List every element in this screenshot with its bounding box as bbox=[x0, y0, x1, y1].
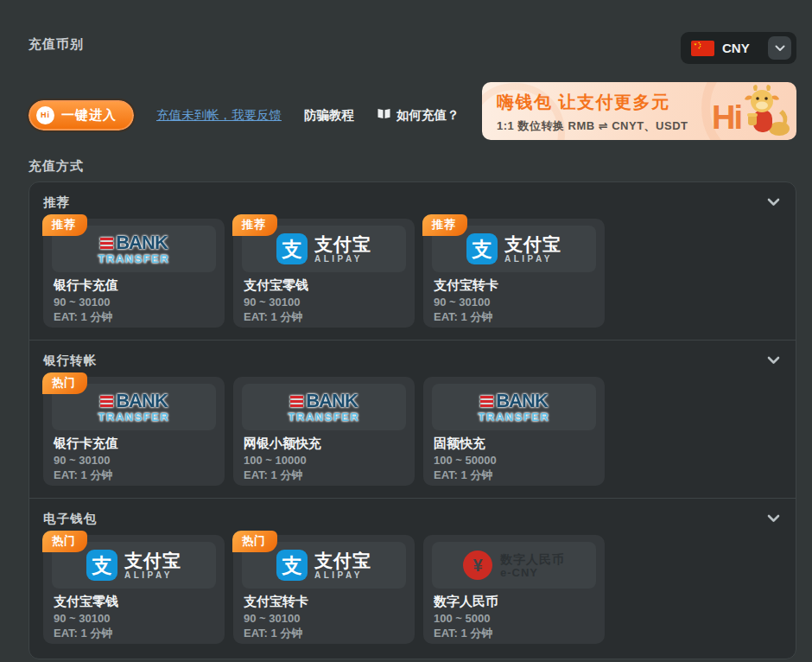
promo-banner-subtitle: 1:1 数位转换 RMB ⇌ CNYT、USDT bbox=[497, 118, 688, 134]
card-badge: 推荐 bbox=[42, 214, 87, 236]
card-name: 网银小额快充 bbox=[244, 436, 404, 451]
red-stripes-icon bbox=[480, 396, 493, 407]
bank-transfer-logo: BANK TRANSFER bbox=[289, 391, 360, 423]
open-book-icon bbox=[377, 108, 391, 122]
card-row: 推荐 BANK TRANSFER 银行卡充值 90 ~ 30100 EAT: 1… bbox=[43, 219, 782, 328]
payment-method-card[interactable]: 推荐 BANK TRANSFER 银行卡充值 90 ~ 30100 EAT: 1… bbox=[43, 219, 225, 328]
anti-fraud-tutorial-link[interactable]: 防骗教程 bbox=[304, 107, 354, 124]
deposit-methods-panel: 推荐 推荐 BANK TRANSFER 银行卡充值 90 ~ 30100 EAT… bbox=[29, 181, 796, 659]
page-title: 充值币别 bbox=[29, 36, 84, 53]
card-eat: EAT: 1 分钟 bbox=[434, 468, 594, 482]
payment-method-card[interactable]: 热门 支 支付宝 ALIPAY 支付宝转卡 90 ~ 30100 EAT: 1 … bbox=[233, 535, 415, 644]
promo-banner-art: Hi bbox=[674, 82, 795, 140]
card-amount-range: 90 ~ 30100 bbox=[54, 296, 214, 309]
method-section: 银行转帐 热门 BANK TRANSFER 银行卡充值 90 ~ 30100 E… bbox=[29, 340, 796, 498]
method-section: 推荐 推荐 BANK TRANSFER 银行卡充值 90 ~ 30100 EAT… bbox=[29, 182, 796, 340]
deposit-page: 充值币别 CNY Hi 一键进入 充值未到帐，我要反馈 防骗教程 bbox=[0, 0, 812, 662]
payment-method-card[interactable]: 推荐 支 支付宝 ALIPAY 支付宝零钱 90 ~ 30100 EAT: 1 … bbox=[233, 219, 415, 328]
how-to-deposit-label: 如何充值？ bbox=[396, 107, 460, 124]
alipay-symbol-icon: 支 bbox=[86, 550, 117, 581]
card-row: 热门 支 支付宝 ALIPAY 支付宝零钱 90 ~ 30100 EAT: 1 … bbox=[43, 535, 782, 644]
section-title: 银行转帐 bbox=[43, 353, 97, 369]
card-name: 支付宝零钱 bbox=[244, 277, 404, 293]
promo-banner-text: 嗨钱包 让支付更多元 1:1 数位转换 RMB ⇌ CNYT、USDT bbox=[497, 91, 688, 134]
card-name: 支付宝转卡 bbox=[244, 594, 404, 609]
card-amount-range: 90 ~ 30100 bbox=[54, 454, 214, 468]
payment-method-card[interactable]: 推荐 支 支付宝 ALIPAY 支付宝转卡 90 ~ 30100 EAT: 1 … bbox=[423, 219, 605, 328]
card-amount-range: 90 ~ 30100 bbox=[244, 612, 404, 626]
ecny-logo: ¥ 数字人民币 e-CNY bbox=[463, 551, 565, 580]
card-eat: EAT: 1 分钟 bbox=[434, 310, 594, 324]
currency-select[interactable]: CNY bbox=[681, 32, 796, 64]
card-badge: 推荐 bbox=[422, 214, 467, 236]
how-to-deposit-link[interactable]: 如何充值？ bbox=[377, 107, 460, 124]
alipay-logo: 支 支付宝 ALIPAY bbox=[466, 233, 561, 264]
alipay-symbol-icon: 支 bbox=[276, 550, 308, 581]
promo-banner[interactable]: 嗨钱包 让支付更多元 1:1 数位转换 RMB ⇌ CNYT、USDT Hi bbox=[482, 82, 796, 140]
red-stripes-icon bbox=[290, 396, 303, 407]
alipay-logo: 支 支付宝 ALIPAY bbox=[276, 233, 371, 264]
ecny-symbol-icon: ¥ bbox=[463, 551, 492, 580]
quick-enter-label: 一键进入 bbox=[61, 107, 117, 124]
bank-transfer-logo: BANK TRANSFER bbox=[98, 233, 170, 264]
red-stripes-icon bbox=[100, 396, 113, 407]
alipay-logo: 支 支付宝 ALIPAY bbox=[86, 550, 181, 581]
payment-method-card[interactable]: ¥ 数字人民币 e-CNY 数字人民币 100 ~ 5000 EAT: 1 分钟 bbox=[423, 535, 605, 644]
section-header: 推荐 bbox=[43, 193, 782, 212]
red-stripes-icon bbox=[100, 238, 113, 249]
deposit-methods-title: 充值方式 bbox=[29, 158, 84, 175]
china-flag-icon bbox=[691, 41, 714, 56]
bank-transfer-logo: BANK TRANSFER bbox=[479, 391, 550, 423]
card-amount-range: 90 ~ 30100 bbox=[434, 296, 594, 309]
card-eat: EAT: 1 分钟 bbox=[54, 310, 214, 324]
card-badge: 热门 bbox=[42, 372, 87, 394]
card-amount-range: 90 ~ 30100 bbox=[54, 612, 214, 626]
card-logo-plate: BANK TRANSFER bbox=[432, 384, 596, 430]
payment-method-card[interactable]: 热门 支 支付宝 ALIPAY 支付宝零钱 90 ~ 30100 EAT: 1 … bbox=[43, 535, 225, 644]
chevron-down-icon[interactable] bbox=[765, 512, 782, 525]
section-header: 银行转帐 bbox=[43, 351, 782, 370]
card-logo-plate: ¥ 数字人民币 e-CNY bbox=[432, 542, 596, 589]
alipay-symbol-icon: 支 bbox=[276, 233, 308, 264]
card-eat: EAT: 1 分钟 bbox=[244, 627, 404, 640]
card-eat: EAT: 1 分钟 bbox=[54, 468, 214, 482]
card-amount-range: 100 ~ 10000 bbox=[244, 454, 404, 468]
card-eat: EAT: 1 分钟 bbox=[244, 468, 404, 482]
promo-banner-title: 嗨钱包 让支付更多元 bbox=[497, 91, 688, 114]
card-amount-range: 100 ~ 50000 bbox=[434, 454, 594, 468]
chevron-down-icon[interactable] bbox=[765, 196, 782, 208]
card-name: 数字人民币 bbox=[434, 594, 594, 609]
chevron-down-icon[interactable] bbox=[768, 36, 791, 60]
card-badge: 热门 bbox=[42, 531, 87, 552]
card-amount-range: 100 ~ 5000 bbox=[434, 612, 594, 626]
card-name: 支付宝零钱 bbox=[54, 594, 214, 609]
chevron-down-icon[interactable] bbox=[765, 354, 782, 366]
card-eat: EAT: 1 分钟 bbox=[434, 627, 594, 640]
deposit-feedback-link[interactable]: 充值未到帐，我要反馈 bbox=[156, 107, 282, 124]
alipay-logo: 支 支付宝 ALIPAY bbox=[276, 550, 371, 581]
hi-wallet-icon: Hi bbox=[36, 106, 54, 124]
method-section: 电子钱包 热门 支 支付宝 ALIPAY 支付宝零钱 90 ~ 30100 EA… bbox=[29, 498, 796, 656]
section-title: 推荐 bbox=[43, 194, 70, 211]
payment-method-card[interactable]: BANK TRANSFER 网银小额快充 100 ~ 10000 EAT: 1 … bbox=[233, 377, 415, 486]
quick-enter-button[interactable]: Hi 一键进入 bbox=[29, 100, 134, 130]
alipay-symbol-icon: 支 bbox=[466, 233, 498, 264]
card-eat: EAT: 1 分钟 bbox=[54, 627, 214, 640]
card-eat: EAT: 1 分钟 bbox=[244, 310, 404, 324]
card-name: 银行卡充值 bbox=[54, 277, 214, 293]
section-title: 电子钱包 bbox=[43, 511, 97, 527]
card-row: 热门 BANK TRANSFER 银行卡充值 90 ~ 30100 EAT: 1… bbox=[43, 377, 782, 486]
payment-method-card[interactable]: 热门 BANK TRANSFER 银行卡充值 90 ~ 30100 EAT: 1… bbox=[43, 377, 225, 486]
currency-code: CNY bbox=[722, 41, 760, 55]
card-name: 支付宝转卡 bbox=[434, 277, 594, 293]
action-row: Hi 一键进入 充值未到帐，我要反馈 防骗教程 如何充值？ bbox=[29, 99, 460, 131]
card-logo-plate: BANK TRANSFER bbox=[242, 384, 406, 430]
payment-method-card[interactable]: BANK TRANSFER 固额快充 100 ~ 50000 EAT: 1 分钟 bbox=[423, 377, 605, 486]
card-name: 银行卡充值 bbox=[54, 436, 214, 451]
card-badge: 热门 bbox=[232, 531, 277, 552]
golden-dragon-mascot bbox=[734, 84, 791, 140]
card-badge: 推荐 bbox=[232, 214, 277, 236]
bank-transfer-logo: BANK TRANSFER bbox=[98, 391, 170, 423]
section-header: 电子钱包 bbox=[43, 509, 782, 528]
card-name: 固额快充 bbox=[434, 436, 594, 451]
